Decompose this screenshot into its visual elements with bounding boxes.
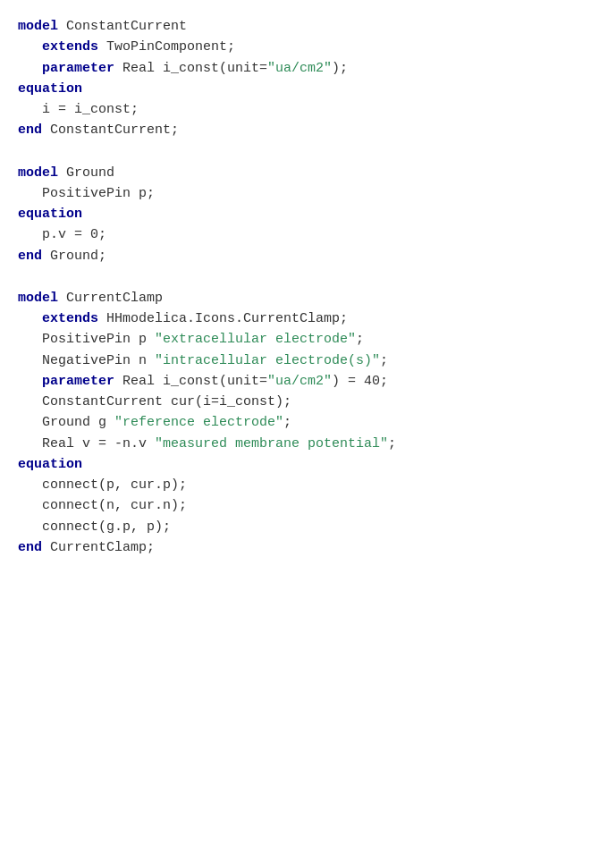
code-token: Real i_const(unit= (114, 374, 267, 389)
code-token: ); (332, 61, 348, 76)
code-token: model (18, 19, 58, 34)
code-token: model (18, 165, 58, 181)
code-editor: model ConstantCurrent extends TwoPinComp… (18, 16, 598, 558)
code-token: extends (42, 311, 98, 326)
code-line-cc4: equation (18, 79, 598, 99)
code-line-g4: p.v = 0; (18, 224, 598, 245)
code-token: ) = 40; (332, 374, 388, 389)
code-token: connect(g.p, p); (18, 519, 171, 535)
code-token: ; (283, 415, 291, 430)
code-line-clamp5: parameter Real i_const(unit="ua/cm2") = … (18, 371, 598, 392)
code-token: NegativePin n (18, 353, 155, 368)
code-line-clamp8: Real v = -n.v "measured membrane potenti… (18, 434, 598, 454)
code-token: Real i_const(unit= (114, 61, 267, 76)
code-token: equation (18, 457, 82, 472)
code-token: HHmodelica.Icons.CurrentClamp; (98, 311, 348, 326)
code-token: Real v = -n.v (18, 436, 155, 452)
code-token: ; (356, 332, 364, 347)
code-line-cc5: i = i_const; (18, 99, 598, 120)
code-section-current-clamp: model CurrentClamp extends HHmodelica.Ic… (18, 288, 598, 558)
code-token: Ground g (18, 415, 114, 430)
code-token: CurrentClamp; (42, 540, 155, 555)
code-token: model (18, 291, 58, 306)
code-line-cc2: extends TwoPinComponent; (18, 37, 598, 57)
code-token (18, 61, 42, 76)
code-section-constant-current: model ConstantCurrent extends TwoPinComp… (18, 16, 598, 141)
code-line-clamp6: ConstantCurrent cur(i=i_const); (18, 392, 598, 412)
code-token: equation (18, 207, 82, 222)
code-token (18, 374, 42, 389)
code-line-g2: PositivePin p; (18, 183, 598, 204)
code-token: end (18, 249, 42, 264)
code-token: end (18, 122, 42, 138)
code-token: "reference electrode" (114, 415, 283, 430)
code-token: ConstantCurrent cur(i=i_const); (18, 394, 291, 409)
code-line-clamp10: connect(p, cur.p); (18, 475, 598, 495)
code-token (18, 39, 42, 55)
code-token: i = i_const; (18, 102, 139, 117)
code-line-clamp9: equation (18, 454, 598, 475)
code-token (18, 311, 42, 326)
code-token: parameter (42, 374, 114, 389)
code-line-clamp13: end CurrentClamp; (18, 537, 598, 558)
code-token: "intracellular electrode(s)" (155, 353, 380, 368)
code-token: PositivePin p; (18, 186, 155, 201)
code-line-clamp3: PositivePin p "extracellular electrode"; (18, 329, 598, 350)
code-line-cc6: end ConstantCurrent; (18, 120, 598, 140)
code-line-clamp7: Ground g "reference electrode"; (18, 412, 598, 433)
code-token: parameter (42, 61, 114, 76)
code-token: "ua/cm2" (267, 61, 332, 76)
code-token: "measured membrane potential" (155, 436, 388, 452)
code-token: ConstantCurrent; (42, 122, 179, 138)
code-line-clamp12: connect(g.p, p); (18, 517, 598, 537)
code-token: ; (380, 353, 388, 368)
code-line-g3: equation (18, 204, 598, 224)
code-token: end (18, 540, 42, 555)
code-line-cc3: parameter Real i_const(unit="ua/cm2"); (18, 58, 598, 79)
code-token: TwoPinComponent; (98, 39, 235, 55)
code-token: connect(n, cur.n); (18, 498, 187, 513)
code-line-clamp11: connect(n, cur.n); (18, 495, 598, 516)
code-token: Ground; (42, 249, 106, 264)
code-line-cc1: model ConstantCurrent (18, 16, 598, 37)
code-token: CurrentClamp (58, 291, 163, 306)
code-line-clamp4: NegativePin n "intracellular electrode(s… (18, 350, 598, 371)
code-token: ; (388, 436, 396, 452)
code-line-g5: end Ground; (18, 246, 598, 266)
code-token: PositivePin p (18, 332, 155, 347)
code-token: "ua/cm2" (267, 374, 332, 389)
code-token: "extracellular electrode" (155, 332, 356, 347)
code-token: equation (18, 81, 82, 97)
code-token: p.v = 0; (18, 227, 106, 242)
code-line-g1: model Ground (18, 163, 598, 183)
code-section-ground: model Ground PositivePin p;equation p.v … (18, 163, 598, 266)
code-token: extends (42, 39, 98, 55)
code-token: Ground (58, 165, 114, 181)
code-line-clamp1: model CurrentClamp (18, 288, 598, 308)
code-token: ConstantCurrent (58, 19, 187, 34)
code-token: connect(p, cur.p); (18, 477, 187, 493)
code-line-clamp2: extends HHmodelica.Icons.CurrentClamp; (18, 308, 598, 329)
